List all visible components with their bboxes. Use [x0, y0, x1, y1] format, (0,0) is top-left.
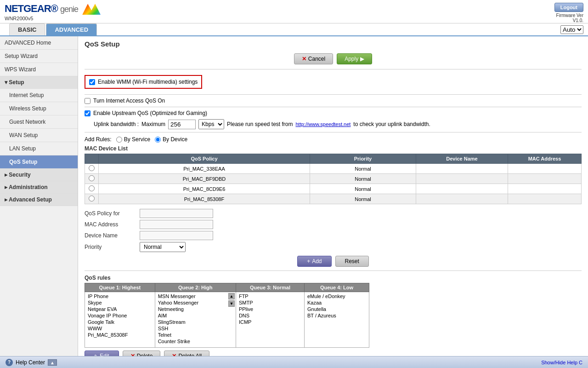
- upstream-qos-label: Enable Upstream QoS (Optimized for Gamin…: [93, 110, 207, 116]
- list-item[interactable]: Pri_MAC_85308F: [87, 332, 153, 338]
- help-collapse-icon[interactable]: ▲: [48, 359, 57, 366]
- queue1-list: IP PhoneSkypeNetgear EVAVonage IP PhoneG…: [85, 292, 155, 347]
- queue4-list: eMule / eDonkeyKazaaGnutellaBT / Azureus: [305, 292, 369, 347]
- priority-select[interactable]: Normal High Low Highest: [140, 242, 186, 252]
- list-item[interactable]: Netgear EVA: [87, 306, 153, 312]
- list-item[interactable]: SSH: [157, 325, 226, 332]
- mac-device-radio[interactable]: [89, 165, 95, 171]
- by-service-label[interactable]: By Service: [116, 136, 150, 143]
- sidebar-section-administration[interactable]: ▸ Administration: [0, 181, 78, 194]
- device-name-input[interactable]: [140, 231, 213, 240]
- sidebar-item-lan-setup[interactable]: LAN Setup: [0, 142, 78, 155]
- table-row[interactable]: Pri_MAC_85308F Normal: [85, 194, 582, 204]
- queue4-header: Queue 4: Low: [304, 283, 369, 292]
- enable-wmm-checkbox[interactable]: [89, 79, 95, 85]
- list-item[interactable]: Counter Strike: [157, 338, 226, 345]
- mac-address-input[interactable]: [140, 220, 213, 229]
- list-item[interactable]: FTP: [238, 293, 302, 299]
- by-device-label[interactable]: By Device: [155, 136, 187, 143]
- list-item[interactable]: PPlive: [238, 306, 302, 312]
- qos-policy-for-input[interactable]: [140, 209, 213, 218]
- add-reset-buttons: + Add Reset: [85, 256, 582, 267]
- netgear-logo: NETGEAR® genie: [5, 3, 101, 15]
- queue1-header: Queue 1: Highest: [85, 283, 155, 292]
- logout-button[interactable]: Logout: [554, 3, 583, 12]
- list-item[interactable]: SlingStream: [157, 319, 226, 325]
- sidebar-item-guest-network[interactable]: Guest Network: [0, 115, 78, 129]
- enable-wmm-label: Enable WMM (Wi-Fi multimedia) settings: [98, 79, 198, 85]
- add-button[interactable]: + Add: [297, 256, 331, 267]
- reset-button[interactable]: Reset: [335, 256, 369, 267]
- list-item[interactable]: Vonage IP Phone: [87, 312, 153, 319]
- cancel-button[interactable]: ✕ Cancel: [294, 53, 333, 64]
- upstream-qos-row: Enable Upstream QoS (Optimized for Gamin…: [85, 110, 582, 116]
- list-item[interactable]: Gnutella: [306, 306, 367, 312]
- show-hide-help[interactable]: Show/Hide Help C: [541, 359, 582, 366]
- priority-label: Priority: [85, 244, 140, 250]
- queue2-scroll-up[interactable]: ▲: [228, 293, 235, 299]
- add-icon: +: [307, 258, 310, 264]
- mac-device-radio[interactable]: [89, 175, 95, 181]
- add-rules-label: Add Rules:: [85, 136, 112, 143]
- tab-advanced[interactable]: ADVANCED: [46, 23, 97, 35]
- list-item[interactable]: DNS: [238, 312, 302, 319]
- cancel-icon: ✕: [302, 56, 306, 62]
- internet-qos-checkbox[interactable]: [85, 98, 90, 104]
- qos-rules-title: QoS rules: [85, 275, 582, 281]
- sidebar-item-internet-setup[interactable]: Internet Setup: [0, 89, 78, 102]
- mac-device-radio[interactable]: [89, 196, 95, 201]
- firmware-info: Firmware Ver V1.0.: [554, 13, 583, 23]
- list-item[interactable]: Skype: [87, 299, 153, 306]
- upstream-qos-checkbox[interactable]: [85, 110, 90, 116]
- sidebar-item-wps-wizard[interactable]: WPS Wizard: [0, 63, 78, 76]
- col-device-name: Device Name: [416, 154, 508, 164]
- sidebar-item-wan-setup[interactable]: WAN Setup: [0, 129, 78, 142]
- enable-wmm-row: Enable WMM (Wi-Fi multimedia) settings: [85, 75, 202, 89]
- by-device-radio[interactable]: [155, 137, 161, 143]
- list-item[interactable]: MSN Messenger: [157, 293, 226, 299]
- device-name-label: Device Name: [85, 232, 140, 239]
- list-item[interactable]: AIM: [157, 312, 226, 319]
- list-item[interactable]: SMTP: [238, 299, 302, 306]
- apply-button[interactable]: Apply ▶: [337, 53, 372, 64]
- content-area: QoS Setup ✕ Cancel Apply ▶ Enable WMM (W…: [78, 36, 588, 364]
- list-item[interactable]: eMule / eDonkey: [306, 293, 367, 299]
- by-service-radio[interactable]: [116, 137, 122, 143]
- list-item[interactable]: IP Phone: [87, 293, 153, 299]
- col-select: [85, 154, 99, 164]
- list-item[interactable]: Yahoo Messenger: [157, 299, 226, 306]
- uplink-unit-select[interactable]: Kbps Mbps: [198, 119, 224, 129]
- col-priority: Priority: [310, 154, 416, 164]
- uplink-value-input[interactable]: [168, 120, 196, 129]
- sidebar-item-qos-setup[interactable]: QoS Setup: [0, 155, 78, 169]
- speed-test-link[interactable]: http://www.speedtest.net: [296, 121, 351, 127]
- auto-select-wrap[interactable]: Auto: [560, 25, 583, 34]
- auto-select[interactable]: Auto: [560, 25, 583, 34]
- help-label: Help Center: [16, 359, 45, 366]
- uplink-bandwidth-label: Uplink bandwidth :: [94, 121, 139, 127]
- sidebar-item-advanced-home[interactable]: ADVANCED Home: [0, 36, 78, 50]
- mac-device-radio[interactable]: [89, 185, 95, 191]
- sidebar-item-setup-wizard[interactable]: Setup Wizard: [0, 50, 78, 63]
- list-item[interactable]: Kazaa: [306, 299, 367, 306]
- main-layout: ADVANCED Home Setup Wizard WPS Wizard ▾ …: [0, 36, 588, 364]
- internet-qos-row: Turn Internet Access QoS On: [85, 98, 582, 104]
- sidebar-section-advanced-setup[interactable]: ▸ Advanced Setup: [0, 194, 78, 206]
- table-row[interactable]: Pri_MAC_338EAA Normal: [85, 164, 582, 174]
- sidebar-section-setup[interactable]: ▾ Setup: [0, 76, 78, 89]
- queue2-cell: MSN MessengerYahoo MessengerNetmeetingAI…: [155, 292, 236, 348]
- queue2-scroll-down[interactable]: ▼: [228, 300, 235, 307]
- device-name-row: Device Name: [85, 231, 582, 240]
- list-item[interactable]: WWW: [87, 325, 153, 332]
- list-item[interactable]: ICMP: [238, 319, 302, 325]
- sidebar-item-wireless-setup[interactable]: Wireless Setup: [0, 102, 78, 115]
- tab-basic[interactable]: BASIC: [9, 23, 45, 35]
- apply-icon: ▶: [360, 56, 364, 62]
- list-item[interactable]: Netmeeting: [157, 306, 226, 312]
- list-item[interactable]: Google Talk: [87, 319, 153, 325]
- list-item[interactable]: BT / Azureus: [306, 312, 367, 319]
- sidebar-section-security[interactable]: ▸ Security: [0, 169, 78, 181]
- table-row[interactable]: Pri_MAC_BF9DBD Normal: [85, 174, 582, 184]
- table-row[interactable]: Pri_MAC_8CD9E6 Normal: [85, 184, 582, 194]
- list-item[interactable]: Telnet: [157, 332, 226, 338]
